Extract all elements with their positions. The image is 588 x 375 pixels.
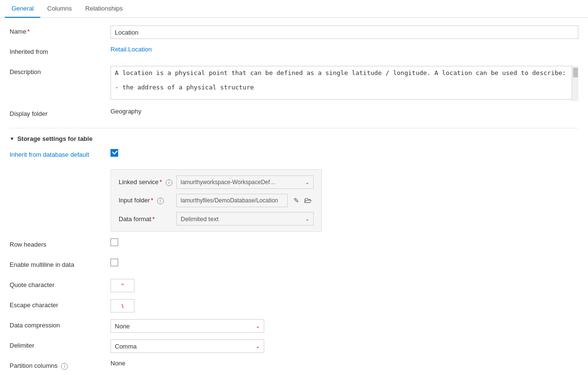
input-folder-label: Input folder* i: [119, 197, 176, 204]
data-compression-dropdown[interactable]: None ⌄: [110, 319, 264, 333]
delimiter-dropdown[interactable]: Comma ⌄: [110, 339, 264, 353]
data-format-row: Data format* Delimited text ⌄: [119, 212, 314, 225]
linked-service-info-icon[interactable]: i: [166, 179, 172, 186]
input-folder-icons: ✎ 🗁: [291, 195, 314, 206]
input-folder-row: Input folder* i lamurthyfiles/DemoDataba…: [119, 194, 314, 207]
description-wrapper: [110, 66, 578, 101]
data-format-label: Data format*: [119, 215, 176, 223]
storage-section-title: Storage settings for table: [17, 135, 93, 142]
enable-multiline-label: Enable multiline in data: [10, 259, 110, 268]
tab-relationships[interactable]: Relationships: [79, 0, 130, 18]
partition-columns-info-icon[interactable]: i: [61, 363, 68, 370]
enable-multiline-row: Enable multiline in data: [10, 259, 578, 272]
row-headers-value: [110, 238, 578, 248]
escape-char-input[interactable]: [110, 299, 135, 312]
quote-char-label: Quote character: [10, 279, 110, 288]
escape-char-row: Escape character: [10, 299, 578, 312]
linked-service-row: Linked service* i lamurthyworkspace-Work…: [119, 175, 314, 189]
divider-1: [10, 128, 578, 128]
inherit-db-label: Inherit from database default: [10, 149, 110, 158]
scrollbar-thumb: [573, 68, 578, 77]
linked-service-dropdown[interactable]: lamurthyworkspace-WorkspaceDefaultStorag…: [176, 175, 314, 189]
description-label: Description: [10, 66, 110, 75]
row-headers-checkbox[interactable]: [110, 238, 118, 246]
input-folder-path: lamurthyfiles/DemoDatabase/Location: [176, 194, 288, 207]
inherit-db-row: Inherit from database default: [10, 149, 578, 162]
data-format-dropdown[interactable]: Delimited text ⌄: [176, 212, 314, 225]
escape-char-value: [110, 299, 578, 312]
inherited-from-row: Inherited from Retail.Location: [10, 46, 578, 59]
inherited-from-label: Inherited from: [10, 46, 110, 55]
quote-char-row: Quote character: [10, 279, 578, 292]
form-content: Name* Inherited from Retail.Location Des…: [0, 18, 588, 375]
name-label: Name*: [10, 25, 110, 35]
storage-section-header[interactable]: ▼ Storage settings for table: [10, 135, 578, 142]
row-headers-row: Row headers: [10, 238, 578, 252]
description-input[interactable]: [110, 66, 578, 100]
delimiter-value: Comma ⌄: [110, 339, 578, 353]
data-compression-chevron-icon: ⌄: [256, 323, 260, 329]
description-row: Description: [10, 66, 578, 101]
inherit-db-value: [110, 149, 578, 158]
name-input[interactable]: [110, 25, 578, 39]
tab-columns[interactable]: Columns: [40, 0, 78, 18]
name-row: Name*: [10, 25, 578, 39]
display-folder-label: Display folder: [10, 108, 110, 117]
edit-path-icon[interactable]: ✎: [291, 195, 302, 206]
enable-multiline-value: [110, 259, 578, 268]
storage-settings-box: Linked service* i lamurthyworkspace-Work…: [110, 169, 322, 232]
inherit-db-checkbox[interactable]: [110, 149, 118, 157]
escape-char-label: Escape character: [10, 299, 110, 309]
quote-char-value: [110, 279, 578, 292]
input-folder-info-icon[interactable]: i: [157, 198, 164, 204]
quote-char-input[interactable]: [110, 279, 135, 292]
display-folder-value: Geography: [110, 108, 578, 115]
data-compression-label: Data compression: [10, 319, 110, 329]
linked-service-label: Linked service* i: [119, 178, 176, 186]
delimiter-label: Delimiter: [10, 339, 110, 349]
display-folder-row: Display folder Geography: [10, 108, 578, 121]
tab-bar: General Columns Relationships: [0, 0, 588, 18]
partition-columns-value: None: [110, 360, 578, 367]
data-compression-row: Data compression None ⌄: [10, 319, 578, 333]
tab-general[interactable]: General: [5, 0, 40, 18]
browse-folder-icon[interactable]: 🗁: [302, 195, 314, 206]
collapse-arrow-icon: ▼: [10, 136, 14, 141]
linked-service-chevron-icon: ⌄: [305, 179, 309, 186]
name-value: [110, 25, 578, 39]
textarea-scrollbar[interactable]: [572, 66, 578, 101]
inherited-from-value: Retail.Location: [110, 46, 578, 53]
row-headers-label: Row headers: [10, 238, 110, 248]
partition-columns-label: Partition columns i: [10, 360, 110, 370]
enable-multiline-checkbox[interactable]: [110, 259, 118, 266]
delimiter-row: Delimiter Comma ⌄: [10, 339, 578, 353]
partition-columns-row: Partition columns i None: [10, 360, 578, 373]
delimiter-chevron-icon: ⌄: [256, 343, 260, 350]
data-compression-value: None ⌄: [110, 319, 578, 333]
data-format-chevron-icon: ⌄: [305, 216, 309, 222]
